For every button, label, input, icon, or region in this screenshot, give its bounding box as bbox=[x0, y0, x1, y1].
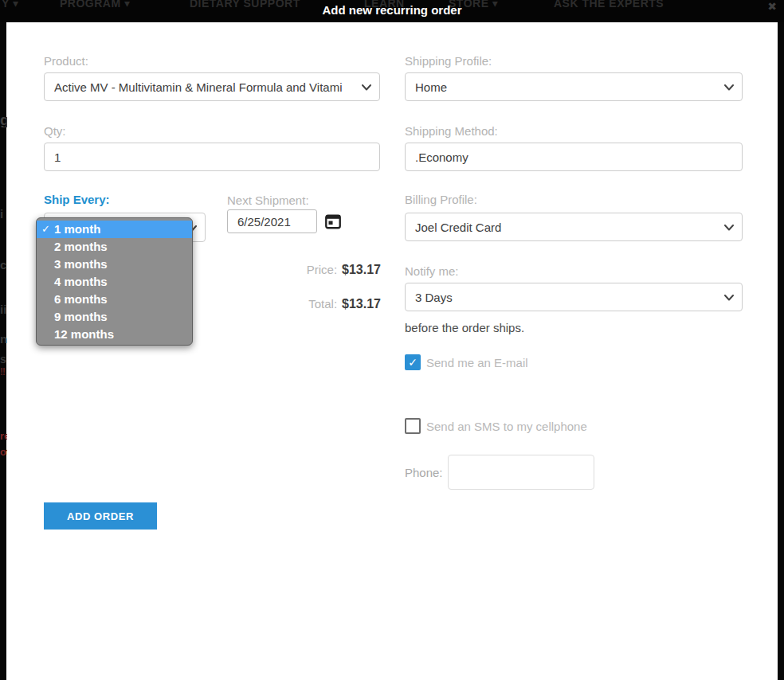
notify-me-select[interactable]: 3 Days bbox=[405, 283, 743, 311]
total-label: Total: bbox=[308, 297, 337, 311]
dropdown-option-label: 1 month bbox=[54, 222, 100, 236]
dropdown-option[interactable]: 6 months bbox=[37, 291, 192, 308]
dropdown-option[interactable]: 4 months bbox=[37, 273, 192, 291]
dropdown-option-label: 3 months bbox=[54, 257, 108, 271]
shipping-method-input[interactable] bbox=[405, 143, 743, 171]
chevron-down-icon bbox=[724, 84, 734, 91]
add-recurring-order-modal: Product: Active MV - Multivitamin & Mine… bbox=[6, 22, 778, 680]
check-icon: ✓ bbox=[41, 221, 50, 238]
product-select[interactable]: Active MV - Multivitamin & Mineral Formu… bbox=[44, 72, 380, 101]
sms-checkbox[interactable] bbox=[405, 418, 421, 434]
dropdown-option[interactable]: 3 months bbox=[37, 256, 192, 273]
phone-label: Phone: bbox=[405, 466, 443, 479]
price-label: Price: bbox=[307, 263, 337, 276]
billing-profile-label: Billing Profile: bbox=[405, 193, 477, 206]
total-value: $13.17 bbox=[342, 297, 381, 311]
page: Y ▾ PROGRAM ▾ DIETARY SUPPORT LEARN STOR… bbox=[0, 0, 784, 680]
top-navigation-bar: Y ▾ PROGRAM ▾ DIETARY SUPPORT LEARN STOR… bbox=[0, 0, 784, 22]
shipping-profile-label: Shipping Profile: bbox=[405, 54, 492, 68]
email-checkbox[interactable]: ✓ bbox=[405, 354, 421, 370]
notify-me-value: 3 Days bbox=[415, 291, 453, 304]
notify-me-label: Notify me: bbox=[405, 264, 459, 278]
price-value: $13.17 bbox=[342, 263, 381, 277]
background-text-fragment: ot bbox=[0, 447, 7, 457]
background-edge: g i c ii n s !! re ot bbox=[0, 22, 6, 680]
background-text-fragment: re bbox=[0, 431, 7, 441]
dropdown-option[interactable]: 9 months bbox=[37, 308, 192, 326]
dropdown-option-selected[interactable]: ✓ 1 month bbox=[37, 221, 192, 238]
dropdown-option-label: 12 months bbox=[54, 327, 114, 341]
dropdown-option[interactable]: 2 months bbox=[37, 238, 192, 256]
chevron-down-icon bbox=[362, 84, 371, 91]
email-checkbox-row: ✓ Send me an E-mail bbox=[405, 354, 528, 370]
shipping-profile-value: Home bbox=[415, 80, 447, 94]
phone-input[interactable] bbox=[448, 455, 594, 490]
billing-profile-select[interactable]: Joel Credit Card bbox=[405, 213, 743, 241]
background-text-fragment: s bbox=[0, 354, 7, 365]
qty-label: Qty: bbox=[44, 124, 66, 138]
dropdown-option-label: 2 months bbox=[54, 240, 108, 253]
add-order-button[interactable]: ADD ORDER bbox=[44, 502, 157, 530]
dropdown-option[interactable]: 12 months bbox=[37, 326, 192, 343]
next-shipment-input[interactable] bbox=[227, 209, 317, 233]
check-icon: ✓ bbox=[408, 356, 417, 369]
calendar-icon[interactable] bbox=[324, 213, 342, 230]
qty-input[interactable] bbox=[44, 143, 380, 171]
background-text-fragment: n bbox=[0, 333, 7, 345]
sms-checkbox-label: Send an SMS to my cellphone bbox=[426, 420, 587, 433]
background-text-fragment: !! bbox=[0, 367, 7, 377]
notify-suffix-text: before the order ships. bbox=[405, 321, 524, 334]
dropdown-option-label: 4 months bbox=[54, 275, 108, 288]
background-text-fragment: c bbox=[0, 259, 7, 271]
chevron-down-icon bbox=[724, 225, 734, 231]
product-label: Product: bbox=[44, 54, 88, 68]
shipping-profile-select[interactable]: Home bbox=[405, 72, 743, 101]
ship-every-label[interactable]: Ship Every: bbox=[44, 193, 110, 206]
close-icon[interactable]: ✖ bbox=[767, 0, 777, 13]
sms-checkbox-row: Send an SMS to my cellphone bbox=[405, 418, 587, 434]
total-row: Total: $13.17 bbox=[227, 297, 381, 311]
product-select-value: Active MV - Multivitamin & Mineral Formu… bbox=[54, 80, 343, 94]
dropdown-option-label: 6 months bbox=[54, 292, 108, 306]
modal-title: Add new recurring order bbox=[0, 3, 784, 17]
background-text-fragment: ii bbox=[0, 303, 7, 315]
background-text-fragment: i bbox=[0, 208, 7, 220]
price-row: Price: $13.17 bbox=[227, 263, 381, 277]
email-checkbox-label: Send me an E-mail bbox=[426, 356, 528, 369]
background-text-fragment: g bbox=[0, 112, 7, 127]
dropdown-option-label: 9 months bbox=[54, 310, 108, 323]
billing-profile-value: Joel Credit Card bbox=[415, 221, 501, 234]
shipping-method-label: Shipping Method: bbox=[405, 124, 498, 138]
ship-every-dropdown: ✓ 1 month 2 months 3 months 4 months 6 m… bbox=[36, 217, 193, 346]
next-shipment-label: Next Shipment: bbox=[227, 193, 309, 207]
chevron-down-icon bbox=[724, 295, 734, 301]
